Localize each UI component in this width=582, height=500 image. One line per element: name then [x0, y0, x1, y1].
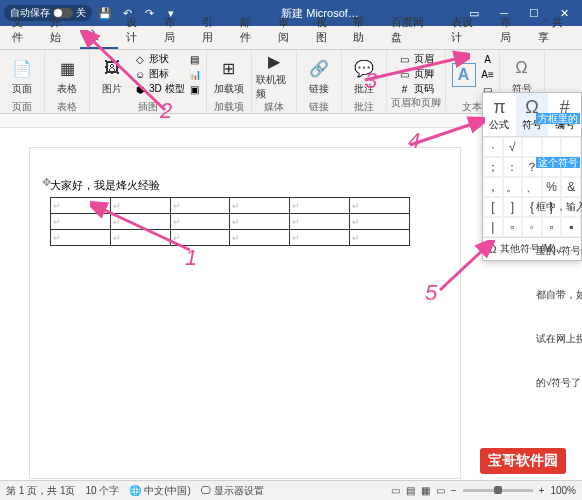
group-tables: ▦表格 表格: [45, 50, 90, 113]
tab-table-design[interactable]: 表设计: [443, 11, 492, 49]
tab-design[interactable]: 设计: [118, 11, 156, 49]
pages-button[interactable]: 📄页面: [4, 52, 40, 100]
dropcap-button[interactable]: A≡: [481, 67, 495, 81]
page-icon: 📄: [10, 56, 34, 80]
pagenum-button[interactable]: #页码: [398, 82, 434, 96]
addins-button[interactable]: ⊞加载项: [211, 52, 247, 100]
annotation-num-1: 1: [185, 245, 197, 271]
table-row: ↵↵↵↵↵↵: [51, 214, 410, 230]
group-addins: ⊞加载项 加载项: [207, 50, 252, 113]
textbox-icon: A: [452, 63, 476, 87]
pi-icon: π: [485, 97, 514, 118]
table-button[interactable]: ▦表格: [49, 52, 85, 100]
tab-review[interactable]: 审阅: [270, 11, 308, 49]
symbol-cell[interactable]: ：: [503, 157, 523, 177]
table-anchor-icon[interactable]: ✥: [42, 176, 51, 189]
share-button[interactable]: ↗ 共享: [530, 11, 582, 49]
wordart-icon: A: [481, 52, 495, 66]
tab-layout[interactable]: 布局: [156, 11, 194, 49]
addins-icon: ⊞: [217, 56, 241, 80]
screenshot-icon: ▣: [188, 82, 202, 96]
wordart-button[interactable]: A: [481, 52, 495, 66]
chart-button[interactable]: 📊: [188, 67, 202, 81]
group-illustrations: 🖼图片 ◇形状 ☺图标 ⬢3D 模型 ▤ 📊 ▣ 插图: [90, 50, 207, 113]
symbol-cell[interactable]: ；: [483, 157, 503, 177]
table-row: ↵↵↵↵↵↵: [51, 230, 410, 246]
symbol-cell[interactable]: ▫: [503, 217, 523, 237]
group-links: 🔗链接 链接: [297, 50, 342, 113]
view-focus-icon[interactable]: ▭: [391, 485, 400, 496]
video-button[interactable]: ▶联机视频: [256, 52, 292, 100]
symbol-cell[interactable]: [: [483, 197, 503, 217]
annotation-num-5: 5: [425, 280, 437, 306]
dropcap-icon: A≡: [481, 67, 495, 81]
status-words[interactable]: 10 个字: [85, 484, 119, 498]
smartart-icon: ▤: [188, 52, 202, 66]
link-icon: 🔗: [307, 56, 331, 80]
footer-button[interactable]: ▭页脚: [398, 67, 434, 81]
ribbon-tabs: 文件 开始 插入 设计 布局 引用 邮件 审阅 视图 帮助 百度网盘 表设计 布…: [0, 26, 582, 50]
page: ✥ 大家好，我是烽火经验 ↵↵↵↵↵↵ ↵↵↵↵↵↵ ↵↵↵↵↵↵: [30, 148, 460, 478]
group-header-footer: ▭页眉 ▭页脚 #页码 页眉和页脚: [387, 50, 446, 113]
links-button[interactable]: 🔗链接: [301, 52, 337, 100]
view-print-icon[interactable]: ▦: [421, 485, 430, 496]
group-media: ▶联机视频 媒体: [252, 50, 297, 113]
symbol-cell[interactable]: ·: [483, 137, 503, 157]
screenshot-button[interactable]: ▣: [188, 82, 202, 96]
video-icon: ▶: [262, 52, 286, 71]
models-button[interactable]: ⬢3D 模型: [133, 82, 185, 96]
tab-references[interactable]: 引用: [194, 11, 232, 49]
symbol-cell[interactable]: |: [483, 217, 503, 237]
tab-insert[interactable]: 插入: [80, 9, 118, 49]
omega-icon: Ω: [489, 244, 496, 255]
icons-button[interactable]: ☺图标: [133, 67, 185, 81]
view-web-icon[interactable]: ▭: [436, 485, 445, 496]
view-read-icon[interactable]: ▤: [406, 485, 415, 496]
status-lang[interactable]: 🌐 中文(中国): [129, 484, 190, 498]
zoom-in-icon[interactable]: +: [539, 485, 545, 496]
annotation-num-3: 3: [365, 68, 377, 94]
tab-baidu[interactable]: 百度网盘: [383, 11, 443, 49]
side-article-text: 方框里的 这个符号 框中，输入方框 里的√符号了，如 都自带，如果在 试在网上搜…: [536, 112, 582, 420]
pictures-button[interactable]: 🖼图片: [94, 52, 130, 100]
picture-icon: 🖼: [100, 56, 124, 80]
footer-icon: ▭: [398, 67, 412, 81]
pagenum-icon: #: [398, 82, 412, 96]
symbol-cell[interactable]: ，: [483, 177, 503, 197]
document-table[interactable]: ↵↵↵↵↵↵ ↵↵↵↵↵↵ ↵↵↵↵↵↵: [50, 197, 410, 246]
watermark-badge: 宝哥软件园: [480, 448, 566, 474]
header-button[interactable]: ▭页眉: [398, 52, 434, 66]
chart-icon: 📊: [188, 67, 202, 81]
annotation-num-4: 4: [408, 128, 420, 154]
toggle-icon: [53, 8, 73, 18]
annotation-num-2: 2: [160, 98, 172, 124]
table-icon: ▦: [55, 56, 79, 80]
omega-icon: Ω: [510, 56, 534, 80]
symbol-cell[interactable]: ]: [503, 197, 523, 217]
shapes-icon: ◇: [133, 52, 147, 66]
zoom-out-icon[interactable]: −: [451, 485, 457, 496]
status-bar: 第 1 页，共 1页 10 个字 🌐 中文(中国) 🖵 显示器设置 ▭ ▤ ▦ …: [0, 480, 582, 500]
group-pages: 📄页面 页面: [0, 50, 45, 113]
zoom-level[interactable]: 100%: [550, 485, 576, 496]
header-icon: ▭: [398, 52, 412, 66]
table-row: ↵↵↵↵↵↵: [51, 198, 410, 214]
symbol-cell[interactable]: √: [503, 137, 523, 157]
document-text: 大家好，我是烽火经验: [50, 178, 440, 193]
smartart-button[interactable]: ▤: [188, 52, 202, 66]
tab-file[interactable]: 文件: [4, 11, 42, 49]
symbol-tab-equation[interactable]: π公式: [483, 93, 516, 137]
tab-table-layout[interactable]: 布局: [492, 11, 530, 49]
cube-icon: ⬢: [133, 82, 147, 96]
status-page[interactable]: 第 1 页，共 1页: [6, 484, 75, 498]
symbol-cell[interactable]: 。: [503, 177, 523, 197]
tab-help[interactable]: 帮助: [345, 11, 383, 49]
tab-mailings[interactable]: 邮件: [232, 11, 270, 49]
zoom-slider[interactable]: [463, 489, 533, 492]
status-display[interactable]: 🖵 显示器设置: [201, 484, 264, 498]
shapes-button[interactable]: ◇形状: [133, 52, 185, 66]
icons-icon: ☺: [133, 67, 147, 81]
textbox-button[interactable]: A: [450, 52, 478, 100]
tab-view[interactable]: 视图: [308, 11, 346, 49]
